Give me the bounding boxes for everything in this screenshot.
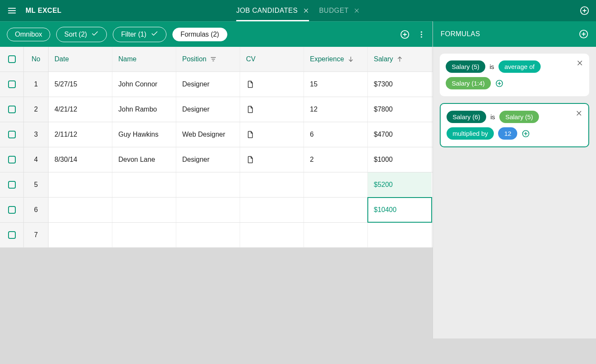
row-checkbox[interactable] (8, 131, 16, 138)
row-checkbox-cell (0, 72, 24, 97)
cell-name[interactable] (112, 198, 176, 222)
column-header-date[interactable]: Date (49, 47, 112, 72)
cell-name[interactable]: John Connor (112, 72, 176, 97)
cell-no[interactable]: 4 (24, 147, 49, 172)
filter-button[interactable]: Filter (1) (113, 27, 166, 42)
svg-point-15 (421, 36, 422, 37)
close-icon[interactable] (354, 8, 360, 14)
formula-card[interactable]: Salary (6)isSalary (5)multiplied by12 (440, 103, 589, 147)
cell-cv[interactable] (240, 97, 304, 122)
document-icon[interactable] (246, 105, 255, 114)
cell-name[interactable]: Guy Hawkins (112, 122, 176, 147)
add-tab-button[interactable] (580, 6, 589, 15)
cell-no[interactable]: 7 (24, 223, 49, 247)
row-checkbox-cell (0, 97, 24, 122)
cell-no[interactable]: 2 (24, 97, 49, 122)
cell-position[interactable]: Web Designer (176, 122, 240, 147)
cell-experience[interactable]: 2 (304, 147, 368, 172)
table-row: 2 4/21/12 John Rambo Designer 12 $7800 (0, 97, 433, 122)
cell-salary[interactable]: $10400 (368, 198, 432, 222)
row-checkbox[interactable] (8, 231, 16, 239)
tab-label: BUDGET (319, 7, 349, 14)
cell-salary[interactable] (368, 223, 432, 247)
cell-salary[interactable]: $5200 (368, 172, 432, 197)
row-checkbox[interactable] (8, 156, 16, 163)
sort-button[interactable]: Sort (2) (56, 27, 107, 42)
cell-position[interactable]: Designer (176, 147, 240, 172)
cell-date[interactable] (49, 223, 112, 247)
more-icon[interactable] (417, 30, 426, 39)
omnibox-button[interactable]: Omnibox (7, 28, 50, 41)
cell-salary[interactable]: $7300 (368, 72, 432, 97)
formula-chip[interactable]: Salary (1:4) (446, 77, 491, 89)
document-icon[interactable] (246, 130, 255, 139)
cell-cv[interactable] (240, 223, 304, 247)
column-header-experience[interactable]: Experience (304, 47, 368, 72)
cell-date[interactable]: 8/30/14 (49, 147, 112, 172)
cell-date[interactable] (49, 198, 112, 222)
cell-cv[interactable] (240, 198, 304, 222)
formula-chip[interactable]: Salary (5) (499, 111, 539, 123)
cell-name[interactable] (112, 172, 176, 197)
column-header-no[interactable]: No (24, 47, 49, 72)
column-header-name[interactable]: Name (112, 47, 176, 72)
cell-cv[interactable] (240, 147, 304, 172)
cell-name[interactable] (112, 223, 176, 247)
cell-no[interactable]: 3 (24, 122, 49, 147)
tab-budget[interactable]: BUDGET (319, 0, 360, 21)
column-header-position[interactable]: Position (176, 47, 240, 72)
close-icon[interactable] (576, 60, 583, 68)
add-formula-button[interactable] (579, 29, 588, 39)
cell-no[interactable]: 5 (24, 172, 49, 197)
formula-chip[interactable]: Salary (5) (446, 60, 485, 73)
column-header-cv[interactable]: CV (240, 47, 304, 72)
tab-job-candidates[interactable]: JOB CANDIDATES (236, 0, 309, 21)
row-checkbox[interactable] (8, 181, 16, 189)
cell-position[interactable] (176, 172, 240, 197)
cell-experience[interactable]: 15 (304, 72, 368, 97)
add-token-button[interactable] (495, 79, 504, 88)
cell-date[interactable] (49, 172, 112, 197)
formulas-button[interactable]: Formulas (2) (172, 28, 227, 41)
cell-no[interactable]: 6 (24, 198, 49, 222)
select-all-checkbox[interactable] (8, 55, 16, 63)
cell-experience[interactable] (304, 198, 368, 222)
cell-date[interactable]: 5/27/15 (49, 72, 112, 97)
cell-position[interactable] (176, 223, 240, 247)
close-icon[interactable] (303, 8, 309, 14)
cell-salary[interactable]: $4700 (368, 122, 432, 147)
cell-experience[interactable] (304, 223, 368, 247)
row-checkbox[interactable] (8, 80, 16, 88)
formula-chip[interactable]: Salary (6) (447, 111, 486, 123)
menu-icon[interactable] (7, 6, 17, 15)
document-icon[interactable] (246, 155, 255, 164)
formula-chip[interactable]: average of (499, 60, 541, 73)
cell-name[interactable]: Devon Lane (112, 147, 176, 172)
cell-date[interactable]: 2/11/12 (49, 122, 112, 147)
cell-experience[interactable] (304, 172, 368, 197)
row-checkbox[interactable] (8, 106, 16, 113)
cell-date[interactable]: 4/21/12 (49, 97, 112, 122)
formula-chip[interactable]: multiplied by (447, 127, 494, 140)
cell-name[interactable]: John Rambo (112, 97, 176, 122)
document-icon[interactable] (246, 80, 255, 89)
cell-position[interactable]: Designer (176, 97, 240, 122)
cell-experience[interactable]: 12 (304, 97, 368, 122)
column-header-salary[interactable]: Salary (368, 47, 432, 72)
row-checkbox[interactable] (8, 206, 16, 214)
cell-salary[interactable]: $1000 (368, 147, 432, 172)
cell-experience[interactable]: 6 (304, 122, 368, 147)
cell-salary[interactable]: $7800 (368, 97, 432, 122)
formula-chip[interactable]: 12 (498, 127, 517, 140)
cell-cv[interactable] (240, 122, 304, 147)
cell-position[interactable] (176, 198, 240, 222)
cell-cv[interactable] (240, 172, 304, 197)
cell-position[interactable]: Designer (176, 72, 240, 97)
add-token-button[interactable] (522, 129, 530, 138)
add-button[interactable] (400, 30, 410, 39)
cell-cv[interactable] (240, 72, 304, 97)
formula-card[interactable]: Salary (5)isaverage ofSalary (1:4) (440, 54, 589, 96)
pill-label: Formulas (2) (181, 31, 219, 38)
cell-no[interactable]: 1 (24, 72, 49, 97)
close-icon[interactable] (576, 110, 582, 118)
